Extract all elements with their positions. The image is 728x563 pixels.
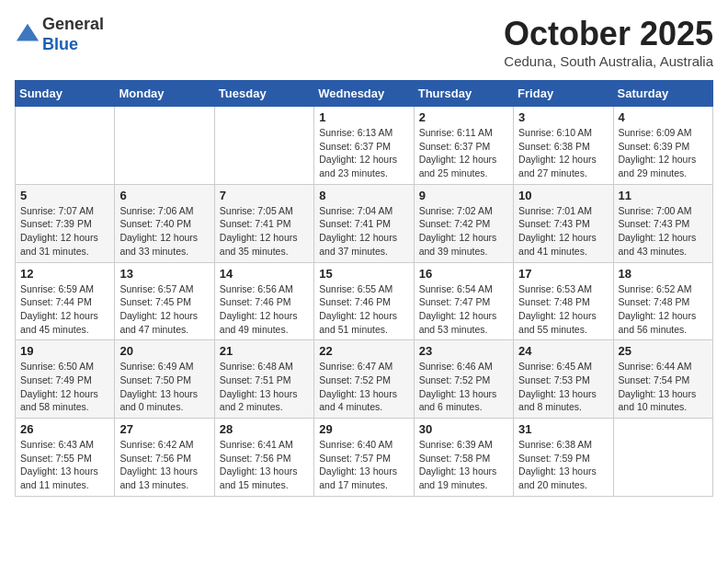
calendar-cell: 7Sunrise: 7:05 AM Sunset: 7:41 PM Daylig… <box>214 184 313 262</box>
calendar-cell: 17Sunrise: 6:53 AM Sunset: 7:48 PM Dayli… <box>514 262 613 340</box>
weekday-header-tuesday: Tuesday <box>214 81 313 107</box>
day-info: Sunrise: 7:01 AM Sunset: 7:43 PM Dayligh… <box>518 204 608 259</box>
day-number: 2 <box>419 110 508 124</box>
calendar-cell: 12Sunrise: 6:59 AM Sunset: 7:44 PM Dayli… <box>16 262 115 340</box>
calendar-cell: 13Sunrise: 6:57 AM Sunset: 7:45 PM Dayli… <box>115 262 214 340</box>
logo-text: General Blue <box>42 15 104 54</box>
logo-icon <box>15 22 40 48</box>
weekday-header-monday: Monday <box>115 81 214 107</box>
calendar-cell: 23Sunrise: 6:46 AM Sunset: 7:52 PM Dayli… <box>414 340 513 419</box>
location-text: Ceduna, South Australia, Australia <box>504 53 713 69</box>
day-info: Sunrise: 7:06 AM Sunset: 7:40 PM Dayligh… <box>119 204 209 259</box>
day-number: 10 <box>518 189 608 202</box>
logo: General Blue <box>15 15 104 54</box>
day-info: Sunrise: 7:07 AM Sunset: 7:39 PM Dayligh… <box>20 204 109 259</box>
day-number: 7 <box>220 189 309 202</box>
day-info: Sunrise: 7:00 AM Sunset: 7:43 PM Dayligh… <box>619 204 708 259</box>
day-info: Sunrise: 6:47 AM Sunset: 7:52 PM Dayligh… <box>319 360 408 414</box>
calendar-cell: 9Sunrise: 7:02 AM Sunset: 7:42 PM Daylig… <box>414 184 513 262</box>
day-number: 23 <box>419 344 508 358</box>
day-number: 25 <box>619 344 708 358</box>
day-info: Sunrise: 6:46 AM Sunset: 7:52 PM Dayligh… <box>419 360 508 414</box>
day-info: Sunrise: 6:55 AM Sunset: 7:46 PM Dayligh… <box>319 282 408 337</box>
calendar-cell: 31Sunrise: 6:38 AM Sunset: 7:59 PM Dayli… <box>514 419 613 497</box>
weekday-header-sunday: Sunday <box>16 81 115 107</box>
calendar-week-row-5: 26Sunrise: 6:43 AM Sunset: 7:55 PM Dayli… <box>16 419 713 497</box>
day-number: 24 <box>518 344 608 358</box>
calendar-cell: 18Sunrise: 6:52 AM Sunset: 7:48 PM Dayli… <box>613 262 712 340</box>
day-info: Sunrise: 6:10 AM Sunset: 6:38 PM Dayligh… <box>518 126 608 180</box>
day-number: 13 <box>119 267 209 281</box>
calendar-cell: 2Sunrise: 6:11 AM Sunset: 6:37 PM Daylig… <box>414 107 513 185</box>
day-info: Sunrise: 6:41 AM Sunset: 7:56 PM Dayligh… <box>220 438 309 492</box>
day-info: Sunrise: 7:02 AM Sunset: 7:42 PM Dayligh… <box>419 204 508 259</box>
calendar-cell: 14Sunrise: 6:56 AM Sunset: 7:46 PM Dayli… <box>214 262 313 340</box>
day-number: 12 <box>20 267 109 281</box>
weekday-header-row: SundayMondayTuesdayWednesdayThursdayFrid… <box>16 81 713 107</box>
calendar-cell <box>16 107 115 185</box>
day-number: 28 <box>220 422 309 436</box>
logo-blue-text: Blue <box>42 35 104 55</box>
calendar-week-row-4: 19Sunrise: 6:50 AM Sunset: 7:49 PM Dayli… <box>16 340 713 419</box>
day-number: 4 <box>619 110 708 124</box>
calendar-cell: 21Sunrise: 6:48 AM Sunset: 7:51 PM Dayli… <box>214 340 313 419</box>
weekday-header-thursday: Thursday <box>414 81 513 107</box>
day-number: 1 <box>319 110 408 124</box>
day-info: Sunrise: 6:56 AM Sunset: 7:46 PM Dayligh… <box>220 282 309 337</box>
day-number: 20 <box>119 344 209 358</box>
day-number: 15 <box>319 267 408 281</box>
day-info: Sunrise: 6:13 AM Sunset: 6:37 PM Dayligh… <box>319 126 408 180</box>
day-info: Sunrise: 6:43 AM Sunset: 7:55 PM Dayligh… <box>20 438 109 492</box>
calendar-cell: 1Sunrise: 6:13 AM Sunset: 6:37 PM Daylig… <box>314 107 414 185</box>
day-info: Sunrise: 6:53 AM Sunset: 7:48 PM Dayligh… <box>518 282 608 337</box>
day-info: Sunrise: 6:42 AM Sunset: 7:56 PM Dayligh… <box>119 438 209 492</box>
day-number: 22 <box>319 344 408 358</box>
calendar-cell: 25Sunrise: 6:44 AM Sunset: 7:54 PM Dayli… <box>613 340 712 419</box>
month-title: October 2025 <box>504 15 713 53</box>
day-number: 21 <box>220 344 309 358</box>
day-number: 5 <box>20 189 109 202</box>
calendar-cell <box>214 107 313 185</box>
calendar-cell <box>613 419 712 497</box>
day-info: Sunrise: 6:45 AM Sunset: 7:53 PM Dayligh… <box>518 360 608 414</box>
day-number: 31 <box>518 422 608 436</box>
calendar-cell: 5Sunrise: 7:07 AM Sunset: 7:39 PM Daylig… <box>16 184 115 262</box>
day-info: Sunrise: 7:04 AM Sunset: 7:41 PM Dayligh… <box>319 204 408 259</box>
calendar-cell: 15Sunrise: 6:55 AM Sunset: 7:46 PM Dayli… <box>314 262 414 340</box>
day-info: Sunrise: 6:11 AM Sunset: 6:37 PM Dayligh… <box>419 126 508 180</box>
calendar-cell: 26Sunrise: 6:43 AM Sunset: 7:55 PM Dayli… <box>16 419 115 497</box>
calendar-cell: 3Sunrise: 6:10 AM Sunset: 6:38 PM Daylig… <box>514 107 613 185</box>
calendar-cell: 28Sunrise: 6:41 AM Sunset: 7:56 PM Dayli… <box>214 419 313 497</box>
day-number: 27 <box>119 422 209 436</box>
day-number: 8 <box>319 189 408 202</box>
calendar-week-row-1: 1Sunrise: 6:13 AM Sunset: 6:37 PM Daylig… <box>16 107 713 185</box>
day-info: Sunrise: 6:50 AM Sunset: 7:49 PM Dayligh… <box>20 360 109 414</box>
day-number: 19 <box>20 344 109 358</box>
calendar-week-row-3: 12Sunrise: 6:59 AM Sunset: 7:44 PM Dayli… <box>16 262 713 340</box>
day-number: 3 <box>518 110 608 124</box>
title-block: October 2025 Ceduna, South Australia, Au… <box>504 15 713 69</box>
day-info: Sunrise: 6:49 AM Sunset: 7:50 PM Dayligh… <box>119 360 209 414</box>
day-info: Sunrise: 6:59 AM Sunset: 7:44 PM Dayligh… <box>20 282 109 337</box>
day-number: 29 <box>319 422 408 436</box>
day-number: 16 <box>419 267 508 281</box>
weekday-header-wednesday: Wednesday <box>314 81 414 107</box>
calendar-cell: 29Sunrise: 6:40 AM Sunset: 7:57 PM Dayli… <box>314 419 414 497</box>
day-number: 11 <box>619 189 708 202</box>
day-info: Sunrise: 6:57 AM Sunset: 7:45 PM Dayligh… <box>119 282 209 337</box>
day-number: 30 <box>419 422 508 436</box>
calendar-cell: 11Sunrise: 7:00 AM Sunset: 7:43 PM Dayli… <box>613 184 712 262</box>
calendar-cell: 10Sunrise: 7:01 AM Sunset: 7:43 PM Dayli… <box>514 184 613 262</box>
calendar-cell: 24Sunrise: 6:45 AM Sunset: 7:53 PM Dayli… <box>514 340 613 419</box>
day-number: 14 <box>220 267 309 281</box>
day-info: Sunrise: 6:54 AM Sunset: 7:47 PM Dayligh… <box>419 282 508 337</box>
day-info: Sunrise: 6:39 AM Sunset: 7:58 PM Dayligh… <box>419 438 508 492</box>
svg-marker-0 <box>17 23 39 40</box>
day-number: 9 <box>419 189 508 202</box>
day-number: 18 <box>619 267 708 281</box>
calendar-cell: 27Sunrise: 6:42 AM Sunset: 7:56 PM Dayli… <box>115 419 214 497</box>
day-info: Sunrise: 6:38 AM Sunset: 7:59 PM Dayligh… <box>518 438 608 492</box>
calendar-cell: 20Sunrise: 6:49 AM Sunset: 7:50 PM Dayli… <box>115 340 214 419</box>
weekday-header-friday: Friday <box>514 81 613 107</box>
logo-general-text: General <box>42 15 104 35</box>
